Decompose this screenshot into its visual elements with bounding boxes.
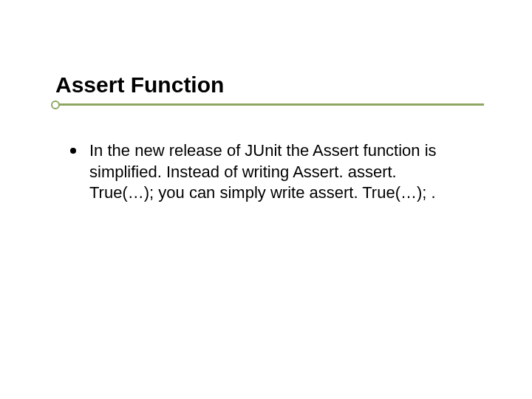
underline-dot-icon [51, 100, 60, 109]
list-item: In the new release of JUnit the Assert f… [70, 140, 454, 204]
slide: Assert Function In the new release of JU… [0, 0, 532, 399]
underline-bar [55, 103, 484, 106]
slide-body: In the new release of JUnit the Assert f… [70, 140, 454, 204]
bullet-icon [70, 148, 76, 154]
slide-title: Assert Function [55, 72, 224, 98]
title-underline [55, 103, 484, 111]
bullet-text: In the new release of JUnit the Assert f… [89, 140, 454, 204]
